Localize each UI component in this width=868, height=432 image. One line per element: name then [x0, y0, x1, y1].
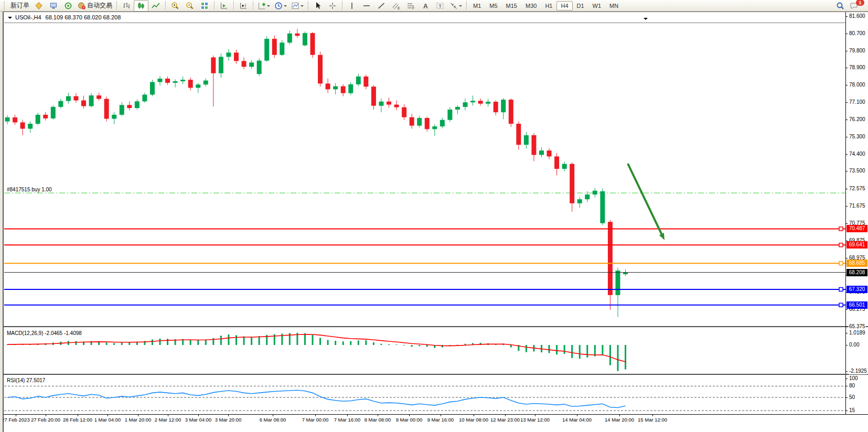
- autotrading-button[interactable]: 自动交易: [76, 0, 114, 12]
- timeframe-M5[interactable]: M5: [485, 1, 501, 10]
- signals-button[interactable]: [61, 0, 76, 12]
- draw-shapes-button[interactable]: [447, 0, 464, 12]
- chart-caption-bar[interactable]: USOil-,H4 68.109 68.370 68.020 68.208: [4, 12, 845, 23]
- time-tick: [619, 415, 620, 416]
- tline-icon: [377, 2, 385, 10]
- candlestick-mode-button[interactable]: [134, 0, 148, 12]
- workspace-left-border: [3, 12, 4, 432]
- rsi-indicator-panel[interactable]: [4, 376, 845, 414]
- time-axis-label: 7 Mar 16:00: [334, 417, 361, 423]
- rsi-panel-separator[interactable]: [4, 374, 868, 375]
- macd-panel-separator[interactable]: [4, 326, 868, 327]
- price-tick: [845, 68, 848, 68]
- toolbar-separator: [253, 1, 253, 10]
- time-axis[interactable]: 27 Feb 202327 Feb 20:0028 Feb 12:001 Mar…: [0, 414, 868, 427]
- indicators-button[interactable]: [255, 0, 272, 12]
- level-drag-handle[interactable]: [839, 303, 843, 307]
- tile-windows-button[interactable]: [197, 0, 212, 12]
- chart-window-top-border: [0, 12, 868, 12]
- time-tick: [535, 415, 535, 416]
- line-chart-mode-button[interactable]: [148, 0, 163, 12]
- draw-channel-button[interactable]: E: [389, 0, 403, 12]
- rsi-tick: [845, 379, 848, 379]
- zoom-out-button[interactable]: [183, 0, 197, 12]
- chart-shift-button[interactable]: [236, 0, 251, 12]
- candle-body: [127, 105, 132, 108]
- candle-body: [417, 118, 422, 126]
- chat-button[interactable]: 1: [848, 0, 866, 12]
- draw-horizontal-line-button[interactable]: [359, 0, 374, 12]
- dropdown-arrow-icon[interactable]: [267, 5, 270, 8]
- time-tick: [16, 415, 16, 416]
- candle-body: [494, 102, 498, 112]
- timeframe-W1[interactable]: W1: [588, 1, 606, 10]
- vline-icon: [348, 2, 356, 10]
- timeframe-H1[interactable]: H1: [541, 1, 556, 10]
- main-price-chart[interactable]: [4, 12, 845, 326]
- candle-body: [593, 191, 597, 195]
- candle-body: [600, 191, 605, 223]
- macd-signal-line: [7, 334, 626, 362]
- timeframe-D1[interactable]: D1: [573, 1, 588, 10]
- time-axis-label: 9 Mar 00:00: [396, 417, 423, 423]
- price-badge-69.641: 69.641: [846, 241, 867, 249]
- candle-body: [272, 39, 277, 55]
- time-axis-label: 1 Mar 04:00: [94, 417, 121, 423]
- time-tick: [347, 415, 348, 416]
- draw-vertical-line-button[interactable]: [345, 0, 359, 12]
- level-drag-handle[interactable]: [839, 227, 843, 231]
- dropdown-arrow-icon[interactable]: [459, 5, 462, 8]
- dropdown-arrow-icon[interactable]: [301, 5, 304, 8]
- time-axis-label: 14 Mar 20:00: [605, 417, 634, 423]
- time-tick: [168, 415, 168, 416]
- rsi-line: [7, 390, 626, 407]
- timeframe-MN[interactable]: MN: [605, 1, 623, 10]
- robot-icon: [78, 2, 86, 10]
- periods-button[interactable]: [272, 0, 289, 12]
- templates-button[interactable]: [289, 0, 306, 12]
- svg-text:E: E: [398, 6, 400, 9]
- level-drag-handle[interactable]: [839, 262, 843, 265]
- mql5-community-button[interactable]: [31, 0, 46, 12]
- candle-body: [531, 135, 536, 155]
- auto-scroll-button[interactable]: [217, 0, 231, 12]
- candle-body: [562, 164, 567, 169]
- candle-body: [577, 199, 582, 203]
- timeframe-M15[interactable]: M15: [502, 1, 521, 10]
- crosshair-button[interactable]: [325, 0, 340, 12]
- timeframe-H4[interactable]: H4: [556, 1, 572, 10]
- zoomout-icon: [186, 2, 194, 10]
- timeframe-M30[interactable]: M30: [521, 1, 541, 10]
- price-axis-label: 72.575: [849, 186, 866, 192]
- price-axis-label: 65.375: [849, 323, 866, 330]
- candle-body: [36, 115, 40, 124]
- candle-body: [203, 81, 208, 85]
- trend-arrow-annotation[interactable]: [628, 164, 661, 234]
- draw-trendline-button[interactable]: [374, 0, 389, 12]
- price-tick: [845, 85, 848, 85]
- time-axis-label: 8 Mar 08:00: [365, 417, 391, 423]
- draw-text-button[interactable]: A: [418, 0, 433, 12]
- dropdown-arrow-icon[interactable]: [284, 5, 287, 8]
- macd-indicator-panel[interactable]: [4, 329, 845, 373]
- virtual-hosting-button[interactable]: [46, 0, 61, 12]
- cursor-button[interactable]: [310, 0, 325, 12]
- timeframe-M1[interactable]: M1: [469, 1, 485, 10]
- draw-fibonacci-button[interactable]: F: [403, 0, 418, 12]
- price-axis-label: 74.400: [849, 151, 866, 157]
- linechart-icon: [152, 2, 160, 10]
- fibo-icon: F: [406, 2, 415, 10]
- level-drag-handle[interactable]: [839, 287, 843, 291]
- window-list-arrow-icon[interactable]: [644, 18, 648, 22]
- search-button[interactable]: [833, 0, 848, 12]
- level-drag-handle[interactable]: [839, 243, 843, 247]
- candle-body: [356, 77, 361, 84]
- draw-label-button[interactable]: T: [433, 0, 447, 12]
- chart-menu-arrow-icon[interactable]: [8, 17, 12, 21]
- bar-chart-mode-button[interactable]: [119, 0, 134, 12]
- new-order-button[interactable]: 新订单: [8, 0, 31, 12]
- svg-text:F: F: [412, 6, 414, 10]
- candle-body: [432, 126, 437, 129]
- time-tick: [138, 415, 138, 416]
- zoom-in-button[interactable]: [168, 0, 183, 12]
